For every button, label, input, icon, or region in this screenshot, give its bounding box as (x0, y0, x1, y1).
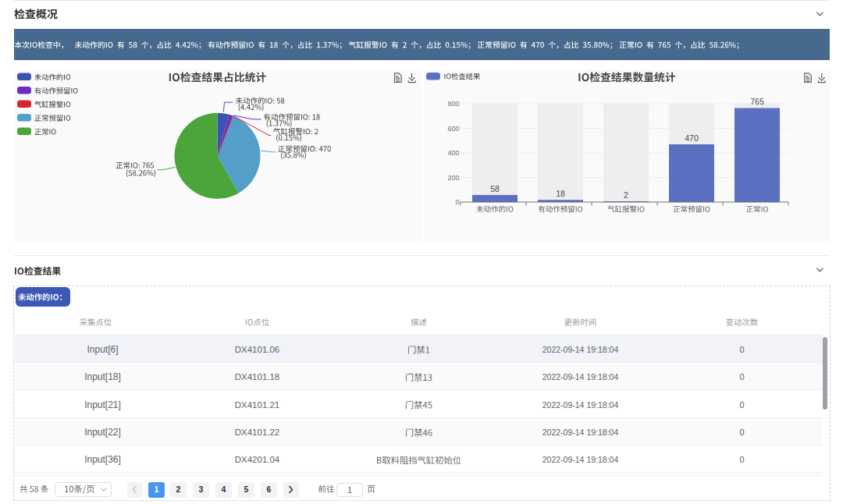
svg-text:58: 58 (490, 184, 500, 193)
svg-text:600: 600 (447, 125, 459, 133)
svg-text:200: 200 (447, 174, 459, 182)
svg-text:18: 18 (556, 189, 565, 198)
svg-text:0: 0 (455, 198, 459, 206)
svg-text:400: 400 (447, 149, 459, 157)
svg-text:765: 765 (750, 97, 764, 106)
svg-text:2: 2 (624, 190, 628, 200)
svg-text:470: 470 (685, 133, 699, 143)
svg-text:800: 800 (447, 100, 459, 108)
